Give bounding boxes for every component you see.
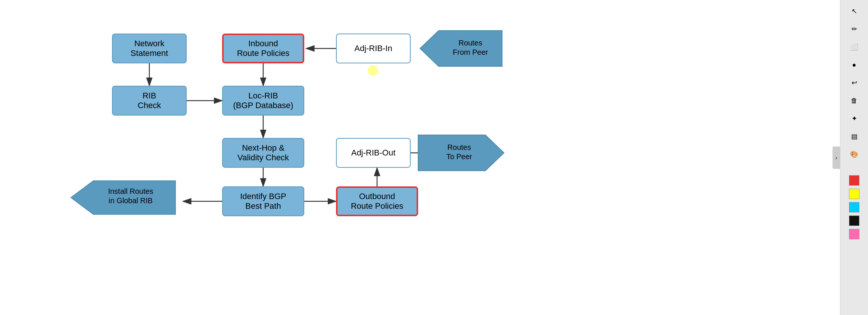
cursor-tool[interactable]: ↖	[847, 4, 862, 19]
toolbar: ↖ ✏ ⬜ ● ↩ 🗑 ✦ ▤ 🎨	[840, 0, 868, 315]
identify-bgp-best-path-box: Identify BGP Best Path	[222, 186, 304, 216]
next-hop-validity-box: Next-Hop & Validity Check	[222, 138, 304, 168]
svg-text:Routes: Routes	[458, 39, 482, 47]
shapes-tool[interactable]: ⬜	[847, 40, 862, 54]
install-routes-shape: Install Routes in Global RIB	[67, 177, 183, 218]
dot-tool[interactable]: ●	[847, 57, 862, 72]
svg-text:To Peer: To Peer	[447, 152, 472, 161]
rib-check-box: RIB Check	[112, 86, 187, 116]
layers-tool[interactable]: ▤	[847, 129, 862, 144]
undo-tool[interactable]: ↩	[847, 75, 862, 90]
network-statement-box: Network Statement	[112, 34, 187, 63]
color-black[interactable]	[849, 215, 859, 226]
adj-rib-in-box: Adj-RIB-In	[336, 34, 411, 63]
color-pink[interactable]	[849, 229, 859, 239]
adj-rib-out-box: Adj-RIB-Out	[336, 138, 411, 168]
inbound-route-policies-box: Inbound Route Policies	[222, 34, 304, 63]
expand-handle[interactable]: ›	[833, 147, 840, 169]
cursor-highlight	[368, 65, 378, 76]
color-yellow[interactable]	[849, 189, 859, 199]
loc-rib-box: Loc-RIB (BGP Database)	[222, 86, 304, 116]
svg-text:in Global RIB: in Global RIB	[109, 196, 153, 205]
svg-text:Install Routes: Install Routes	[108, 187, 153, 195]
svg-text:From Peer: From Peer	[453, 48, 488, 56]
diagram-area: Network Statement Inbound Route Policies…	[67, 11, 582, 291]
main-canvas: Network Statement Inbound Route Policies…	[0, 0, 868, 315]
color-cyan[interactable]	[849, 202, 859, 212]
routes-from-peer-shape: Routes From Peer	[416, 27, 510, 70]
routes-to-peer-shape: Routes To Peer	[414, 131, 508, 174]
trash-tool[interactable]: 🗑	[847, 93, 862, 108]
svg-text:Routes: Routes	[447, 143, 471, 151]
color-red[interactable]	[849, 175, 859, 186]
pen-tool[interactable]: ✏	[847, 22, 862, 37]
color-picker-tool[interactable]: 🎨	[847, 147, 862, 162]
stamp-tool[interactable]: ✦	[847, 111, 862, 126]
outbound-route-policies-box: Outbound Route Policies	[336, 186, 418, 216]
